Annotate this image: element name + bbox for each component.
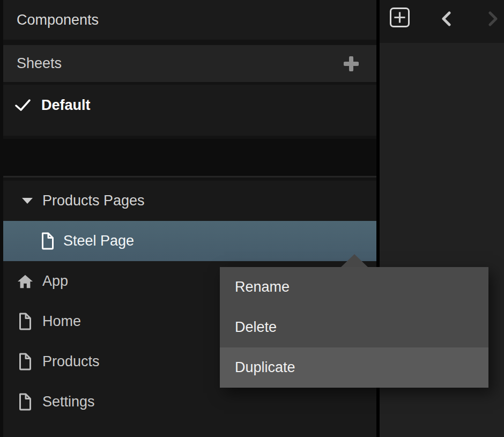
page-icon [17, 354, 33, 370]
section-divider [3, 40, 376, 45]
menu-item-label: Delete [235, 319, 277, 336]
tree-item-label: Home [42, 313, 81, 330]
sheets-section-label: Sheets [3, 55, 62, 72]
checkmark-icon [15, 99, 31, 112]
section-divider [3, 136, 376, 139]
tree-item-label: Products Pages [42, 192, 145, 209]
sheets-list: Default [3, 85, 376, 136]
tree-item-label: App [42, 273, 68, 290]
context-menu: Rename Delete Duplicate [220, 267, 488, 388]
sheets-section-header[interactable]: Sheets [3, 45, 376, 82]
back-button[interactable] [436, 9, 456, 29]
menu-item-rename[interactable]: Rename [220, 267, 488, 307]
menu-item-label: Rename [235, 279, 290, 295]
page-icon [41, 232, 55, 250]
add-sheet-button[interactable] [344, 56, 359, 71]
context-menu-arrow [341, 254, 368, 267]
menu-item-label: Duplicate [235, 359, 295, 376]
chevron-right-icon [488, 11, 498, 26]
add-frame-button[interactable] [390, 8, 410, 27]
tree-item-settings[interactable]: Settings [3, 382, 376, 422]
plus-icon [394, 12, 405, 23]
page-icon [17, 314, 33, 330]
page-icon [17, 394, 33, 410]
caret-down-icon [21, 197, 33, 204]
chevron-left-icon [441, 11, 451, 26]
sheet-label: Default [41, 97, 91, 114]
panel-title-label: Components [3, 12, 99, 28]
menu-item-duplicate[interactable]: Duplicate [220, 347, 488, 388]
sidebar-panel-title: Components [3, 0, 376, 40]
tree-item-products-pages[interactable]: Products Pages [3, 181, 376, 221]
tree-item-label: Settings [42, 394, 95, 410]
canvas-toolbar [380, 0, 504, 43]
plus-icon [344, 56, 359, 71]
tree-item-label: Steel Page [63, 233, 134, 249]
home-icon [17, 273, 33, 290]
menu-item-delete[interactable]: Delete [220, 307, 488, 347]
tree-item-steel-page[interactable]: Steel Page [3, 221, 376, 261]
tree-item-label: Products [42, 353, 100, 370]
sheet-row-default[interactable]: Default [3, 85, 376, 125]
forward-button[interactable] [483, 9, 503, 29]
